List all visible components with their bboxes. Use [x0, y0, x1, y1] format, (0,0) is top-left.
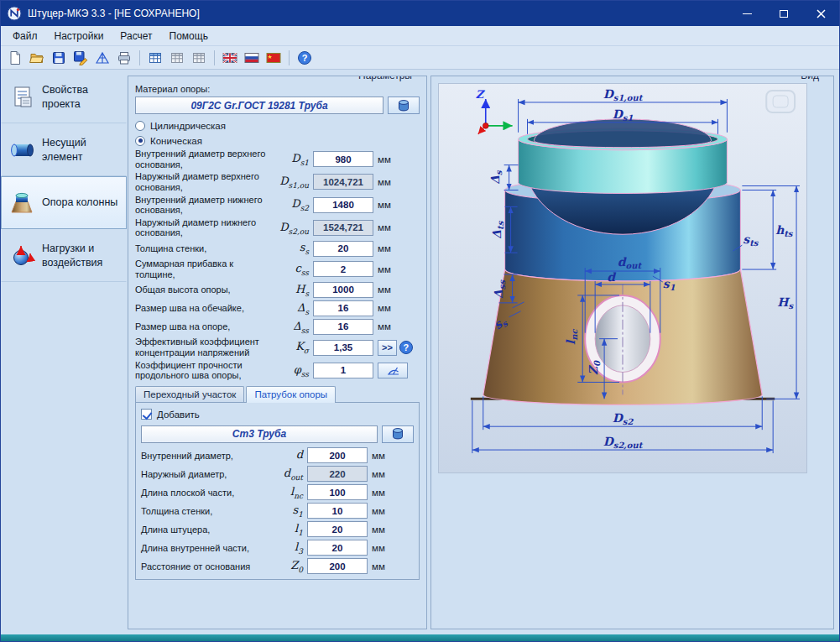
parameters-panel: Параметры Материал опоры: 09Г2С Gr.ГОСТ … — [128, 76, 427, 629]
dim-label-ds2: Ds2 — [613, 411, 634, 426]
support-material-label: Материал опоры: — [135, 84, 420, 94]
sidebar-item-project-properties[interactable]: Свойства проекта — [1, 70, 127, 123]
param-row: Длина внутренней части, l3 мм — [141, 540, 414, 556]
close-button[interactable] — [802, 1, 839, 26]
input-delta-ss[interactable] — [313, 319, 373, 335]
param-row: Наружный диаметр верхнего основания, Ds1… — [135, 171, 420, 192]
report-table-3-button[interactable] — [189, 48, 209, 68]
param-row: Общая высота опоры, Hs мм — [135, 281, 420, 298]
sidebar-item-loads[interactable]: Нагрузки и воздействия — [1, 229, 127, 282]
support-drawing: Z — [439, 84, 806, 472]
app-icon — [7, 6, 22, 21]
param-row: Наружный диаметр, dout мм — [141, 466, 414, 483]
input-ds2[interactable] — [313, 197, 373, 213]
menu-calculation[interactable]: Расчет — [112, 27, 160, 45]
input-lnc[interactable] — [307, 484, 368, 500]
shape-option-conical[interactable]: Коническая — [135, 133, 420, 148]
radio-cylindrical[interactable] — [135, 121, 145, 131]
support-material-picker-button[interactable] — [388, 97, 420, 114]
help-button[interactable]: ? — [295, 48, 315, 68]
ksigma-help-icon[interactable]: ? — [399, 341, 413, 354]
project-properties-icon — [7, 85, 37, 110]
shape-option-cylindrical[interactable]: Цилиндрическая — [135, 118, 420, 133]
dim-label-delta-ss: Δss — [492, 279, 507, 299]
print-button[interactable] — [114, 48, 134, 68]
input-ksigma[interactable] — [313, 340, 373, 356]
fem-mesh-icon — [95, 50, 110, 65]
menu-help[interactable]: Помощь — [161, 27, 217, 45]
input-z0[interactable] — [307, 558, 368, 574]
input-phi-ss[interactable] — [313, 363, 373, 378]
sidebar-item-bearing-element[interactable]: Несущий элемент — [1, 123, 127, 176]
input-ds1out — [313, 174, 373, 190]
fem-model-button[interactable] — [92, 48, 112, 68]
input-ds2out — [313, 220, 373, 236]
input-ds1[interactable] — [313, 151, 373, 167]
z-axis-label: Z — [476, 88, 486, 101]
maximize-button[interactable] — [765, 1, 802, 26]
tab-transition-section[interactable]: Переходный участок — [135, 386, 244, 403]
add-nozzle-checkbox[interactable] — [141, 409, 152, 420]
save-file-button[interactable] — [49, 48, 69, 68]
support-material-field[interactable]: 09Г2С Gr.ГОСТ 19281 Труба — [135, 97, 383, 114]
input-css[interactable] — [313, 261, 373, 277]
dim-label-s-ts: sts — [743, 232, 759, 248]
param-row: Размер шва на обечайке, Δs мм — [135, 300, 420, 316]
open-folder-icon — [29, 50, 44, 65]
language-russian-button[interactable] — [242, 48, 262, 68]
open-file-button[interactable] — [27, 48, 47, 68]
input-hs[interactable] — [313, 282, 373, 298]
param-row: Длина штуцера, l1 мм — [141, 521, 414, 538]
input-delta-s[interactable] — [313, 300, 373, 316]
support-nozzle-tab-panel: Добавить Ст3 Труба Внутренний диаметр, d — [135, 402, 420, 580]
dim-label-ds2out: Ds2,out — [603, 435, 644, 450]
dim-label-delta-s: Δs — [488, 170, 503, 185]
nozzle-material-picker-button[interactable] — [382, 425, 414, 443]
report-table-2-button[interactable] — [167, 48, 187, 68]
param-row: Наружный диаметр нижнего основания, Ds2,… — [135, 217, 420, 238]
window-title: Штуцер-МКЭ 3.3 - [НЕ СОХРАНЕНО] — [28, 8, 728, 19]
bearing-element-icon — [7, 138, 37, 163]
nozzle-material-field[interactable]: Ст3 Труба — [141, 425, 378, 443]
bottom-resize-strip[interactable] — [1, 634, 839, 641]
main-panels: Параметры Материал опоры: 09Г2С Gr.ГОСТ … — [127, 70, 839, 634]
add-nozzle-option[interactable]: Добавить — [141, 407, 414, 422]
save-icon — [51, 50, 66, 65]
help-icon: ? — [297, 50, 312, 65]
menu-file[interactable]: Файл — [4, 27, 46, 45]
toolbar-separator — [214, 50, 215, 65]
report-table-button[interactable] — [145, 48, 165, 68]
view-panel-title: Вид — [796, 76, 823, 81]
3d-viewport[interactable]: Z — [438, 83, 807, 473]
input-l3[interactable] — [307, 540, 368, 556]
input-l1[interactable] — [307, 521, 368, 537]
language-english-button[interactable] — [220, 48, 240, 68]
weld-strength-tool-button[interactable] — [378, 363, 408, 378]
input-ss[interactable] — [313, 241, 373, 257]
new-file-button[interactable] — [5, 48, 25, 68]
param-row: Коэффициент прочности продольного шва оп… — [135, 360, 420, 381]
save-as-button[interactable] — [70, 48, 91, 68]
dim-label-ds1out: Ds1,out — [603, 87, 644, 102]
new-file-icon — [8, 50, 23, 65]
language-chinese-button[interactable] — [263, 48, 284, 68]
radio-conical[interactable] — [135, 136, 145, 146]
sidebar-item-column-support[interactable]: Опора колонны — [1, 176, 127, 229]
ksigma-select-button[interactable]: >> — [378, 340, 397, 356]
sidebar: Свойства проекта Несущий элемент — [1, 70, 127, 634]
toolbar: ? — [1, 46, 839, 70]
table-icon — [148, 50, 163, 65]
input-d[interactable] — [307, 447, 368, 463]
cn-flag-icon — [266, 50, 281, 65]
menu-settings[interactable]: Настройки — [46, 27, 112, 45]
ru-flag-icon — [244, 50, 259, 65]
nozzle-tabs: Переходный участок Патрубок опоры — [135, 385, 420, 402]
tab-support-nozzle[interactable]: Патрубок опоры — [246, 386, 336, 403]
uk-flag-icon — [222, 50, 237, 65]
minimize-button[interactable] — [728, 1, 765, 26]
input-s1[interactable] — [307, 503, 368, 519]
watermark-logo — [766, 91, 795, 112]
toolbar-separator — [139, 50, 140, 65]
printer-icon — [117, 50, 132, 65]
param-row: Размер шва на опоре, Δss мм — [135, 318, 420, 335]
